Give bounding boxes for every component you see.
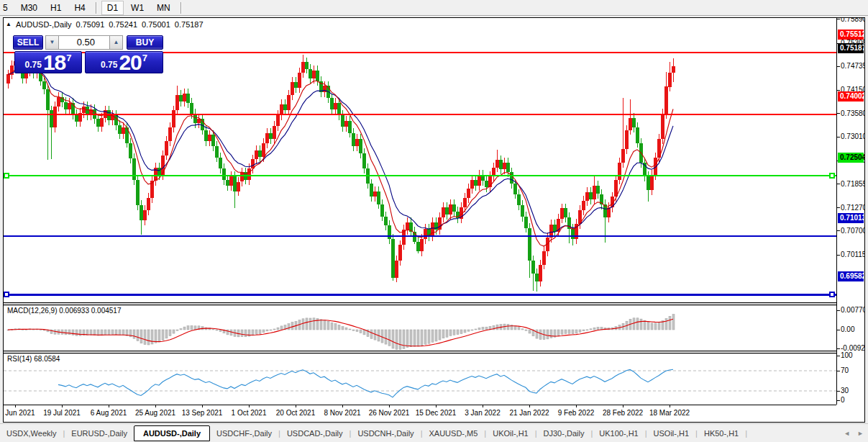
rsi-indicator-label: RSI(14) 68.0584 [7, 355, 60, 363]
date-tick [342, 405, 343, 407]
date-label: 25 Aug 2021 [135, 409, 175, 417]
ohlc-high: 0.75241 [109, 20, 137, 29]
scale-tick [837, 391, 840, 392]
chart-tab-usoil-h1[interactable]: USOil-,H1 [647, 426, 696, 441]
scale-tick [837, 207, 840, 208]
sell-button[interactable]: SELL [13, 35, 43, 50]
date-tick [62, 405, 63, 407]
date-label: 8 Nov 2021 [324, 409, 360, 417]
price-scale-label: 0.73010 [841, 132, 864, 141]
chart-tab-eurusd-daily[interactable]: EURUSD-,Daily [65, 426, 134, 441]
price-scale-label: 0.70700 [841, 227, 864, 235]
chart-tab-usdcad-daily[interactable]: USDCAD-,Daily [280, 426, 350, 441]
date-label: 18 Mar 2022 [649, 409, 690, 417]
macd-main-value: 0.006933 [59, 307, 89, 315]
level-price-badge: 0.74002 [838, 91, 864, 102]
macd-signal-value: 0.004517 [91, 307, 122, 315]
level-price-badge: 0.69582 [838, 271, 864, 281]
ohlc-low: 0.75001 [142, 20, 170, 29]
date-tick [296, 405, 296, 407]
volume-decrease-button[interactable]: ▼ [45, 35, 59, 50]
date-tick [436, 405, 437, 407]
current-price-badge: 0.75187 [838, 43, 864, 53]
sell-price-box[interactable]: 0.75 18 7 [14, 51, 82, 73]
timeframe-button-h1[interactable]: H1 [45, 1, 67, 15]
chart-tab-uk100-h1[interactable]: UK100-,H1 [593, 426, 644, 441]
date-tick [155, 405, 156, 407]
chart-tab-usdx-weekly[interactable]: USDX,Weekly [0, 426, 63, 441]
timeframe-button-5[interactable]: 5 [1, 1, 14, 15]
scale-tick [837, 137, 840, 137]
scale-tick [837, 356, 840, 356]
chart-tab-xauusd-m5[interactable]: XAUUSD-,M5 [422, 426, 484, 441]
scale-tick [837, 113, 840, 114]
chart-window: ▲ AUDUSD-,Daily 0.75091 0.75241 0.75001 … [3, 17, 865, 423]
volume-input[interactable]: 0.50 [58, 35, 110, 50]
buy-price-box[interactable]: 0.75 20 7 [85, 51, 163, 73]
chart-tab-usdchf-daily[interactable]: USDCHF-,Daily [210, 426, 278, 441]
one-click-trading-toggle-icon[interactable]: ▲ [6, 22, 12, 27]
ask-pips: 20 [119, 53, 141, 72]
ask-point: 7 [142, 53, 147, 63]
rsi-scale-label: 0 [841, 396, 845, 405]
timeframe-button-mn[interactable]: MN [151, 1, 176, 15]
macd-scale-label: 0.007704 [841, 306, 864, 315]
date-tick [202, 405, 203, 407]
timeframe-button-d1[interactable]: D1 [101, 1, 124, 15]
bid-pips: 18 [43, 53, 65, 72]
chart-symbol-period: AUDUSD-,Daily [16, 20, 72, 29]
rsi-scale-label: 30 [841, 387, 849, 395]
date-tick [576, 405, 577, 407]
timeframe-button-w1[interactable]: W1 [125, 1, 150, 15]
chart-client-area: ▲ AUDUSD-,Daily 0.75091 0.75241 0.75001 … [4, 18, 864, 422]
scale-tick [837, 310, 840, 311]
date-label: 15 Dec 2021 [416, 409, 457, 417]
price-scale-label: 0.73580 [841, 109, 864, 118]
timeframe-button-m30[interactable]: M30 [15, 1, 43, 15]
date-label: 21 Jan 2022 [509, 409, 549, 417]
date-label: 6 Aug 2021 [91, 409, 127, 417]
bid-point: 7 [66, 53, 71, 63]
timeframe-button-h4[interactable]: H4 [68, 1, 91, 15]
date-tick [249, 405, 250, 407]
price-chart-canvas[interactable] [4, 18, 836, 405]
tab-scroll-left-icon[interactable]: ◄ [844, 430, 850, 437]
scale-tick [837, 184, 840, 184]
scale-tick [837, 400, 840, 401]
macd-scale-label: 0.00 [841, 325, 854, 334]
scale-tick [837, 230, 840, 231]
time-scale[interactable]: 30 Jun 202119 Jul 20216 Aug 202125 Aug 2… [4, 405, 836, 422]
rsi-scale-label: 100 [841, 351, 853, 360]
price-scale-label: 0.74735 [841, 62, 864, 71]
ask-prefix: 0.75 [101, 60, 117, 70]
toolbar-separator [181, 2, 182, 14]
price-scale-label: 0.71855 [841, 180, 864, 189]
rsi-scale-label: 70 [841, 366, 849, 375]
chart-tab-dj30-daily[interactable]: DJ30-,Daily [537, 426, 591, 441]
date-label: 9 Feb 2022 [558, 409, 595, 417]
bid-prefix: 0.75 [25, 60, 42, 70]
ohlc-close: 0.75187 [175, 20, 204, 29]
scale-tick [837, 66, 840, 67]
price-scale-label: 0.75890 [841, 18, 864, 24]
scale-tick [837, 90, 840, 91]
date-label: 13 Sep 2021 [182, 409, 223, 417]
scale-tick [837, 255, 840, 256]
date-tick [15, 405, 16, 407]
level-price-badge: 0.72504 [838, 153, 864, 163]
chart-tab-usdcnh-daily[interactable]: USDCNH-,Daily [351, 426, 420, 441]
scale-tick [837, 19, 840, 19]
date-label: 30 Jun 2021 [4, 409, 35, 417]
date-tick [483, 405, 483, 407]
volume-increase-button[interactable]: ▲ [109, 35, 123, 50]
chart-tab-hk50-h1[interactable]: HK50-,H1 [698, 426, 745, 441]
scale-tick [837, 371, 840, 371]
tab-scroll-right-icon[interactable]: ► [857, 430, 864, 437]
chart-tab-ukoil-h1[interactable]: UKOil-,H1 [486, 426, 535, 441]
chart-tab-audusd-daily[interactable]: AUDUSD-,Daily [134, 425, 210, 441]
timeframe-toolbar: 5M30H1H4D1W1MN [0, 0, 868, 16]
scale-tick [837, 330, 840, 330]
price-scale[interactable]: 0.758900.753050.747350.741500.735800.730… [836, 18, 864, 405]
buy-button[interactable]: BUY [127, 35, 163, 50]
chart-title: ▲ AUDUSD-,Daily 0.75091 0.75241 0.75001 … [6, 20, 204, 29]
